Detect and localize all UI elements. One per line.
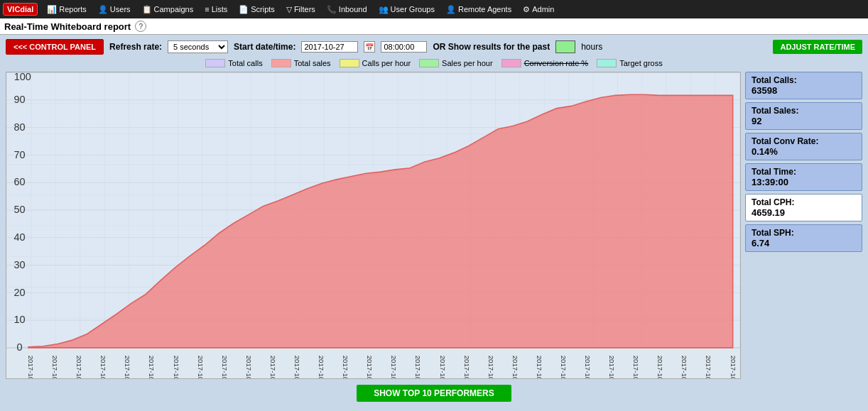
svg-text:70: 70 [14, 148, 26, 160]
datetime-label: Start date/time: [234, 42, 295, 52]
svg-text:2017-10-27 10:20: 2017-10-27 10:20 [148, 356, 156, 378]
stat-total-sales: Total Sales: 92 [745, 102, 862, 130]
sales-per-hour-legend-label: Sales per hour [442, 59, 493, 67]
inbound-icon: 📞 [327, 5, 337, 14]
adjust-rate-time-button[interactable]: ADJUST RATE/TIME [773, 40, 862, 54]
sales-per-hour-swatch [419, 59, 439, 67]
show-top-performers-button[interactable]: SHOW TOP 10 PERFORMERS [357, 385, 511, 402]
svg-text:2017-10-27 12:40: 2017-10-27 12:40 [269, 356, 277, 378]
target-gross-swatch [597, 59, 617, 67]
svg-text:10: 10 [14, 314, 26, 325]
svg-text:2017-10-27 20:36: 2017-10-27 20:36 [680, 356, 688, 378]
calls-per-hour-swatch [340, 59, 359, 67]
logo: VICdial [3, 3, 38, 16]
total-calls-label: Total Calls: [752, 75, 856, 85]
svg-text:2017-10-27 15:56: 2017-10-27 15:56 [439, 356, 447, 378]
svg-text:2017-10-27 08:28: 2017-10-27 08:28 [51, 356, 59, 378]
help-icon[interactable]: ? [135, 21, 146, 32]
svg-text:30: 30 [14, 259, 26, 270]
total-sales-swatch [271, 59, 291, 67]
legend-calls-per-hour: Calls per hour [340, 59, 411, 67]
stat-total-calls: Total Calls: 63598 [745, 72, 862, 99]
svg-text:2017-10-27 10:48: 2017-10-27 10:48 [173, 356, 180, 378]
remote-agents-icon: 👤 [446, 5, 456, 14]
nav-remote-agents[interactable]: 👤 Remote Agents [441, 4, 516, 16]
nav-users[interactable]: 👤 Users [93, 4, 136, 16]
svg-text:2017-10-27 20:08: 2017-10-27 20:08 [656, 356, 664, 378]
legend-row: Total calls Total sales Calls per hour S… [6, 57, 862, 69]
start-date-input[interactable] [301, 41, 358, 53]
svg-text:90: 90 [14, 94, 26, 105]
stat-total-cph: Total CPH: 4659.19 [745, 194, 862, 221]
users-icon: 👤 [98, 5, 108, 14]
svg-text:2017-10-27 19:40: 2017-10-27 19:40 [632, 356, 640, 378]
svg-text:2017-10-27 08:56: 2017-10-27 08:56 [75, 356, 83, 378]
hours-input[interactable] [555, 40, 575, 53]
svg-text:60: 60 [14, 176, 26, 187]
stat-total-time: Total Time: 13:39:00 [745, 163, 862, 191]
calendar-icon[interactable]: 📅 [364, 41, 375, 53]
svg-text:2017-10-27 13:36: 2017-10-27 13:36 [318, 356, 325, 378]
or-show-results-label: OR Show results for the past [433, 42, 550, 52]
controls-row: <<< CONTROL PANEL Refresh rate: 5 second… [6, 39, 862, 55]
nav-campaigns[interactable]: 📋 Campaigns [137, 4, 199, 16]
controls-left: <<< CONTROL PANEL Refresh rate: 5 second… [6, 39, 602, 55]
chart-container: 0 10 20 30 40 50 60 70 80 90 100 2017-10… [6, 72, 862, 379]
reports-icon: 📊 [47, 5, 57, 14]
page-title: Real-Time Whiteboard report [4, 21, 131, 32]
total-time-label: Total Time: [752, 167, 856, 177]
svg-text:2017-10-27 18:44: 2017-10-27 18:44 [584, 356, 592, 378]
svg-text:2017-10-27 13:08: 2017-10-27 13:08 [293, 356, 301, 378]
refresh-label: Refresh rate: [109, 42, 162, 52]
total-sph-label: Total SPH: [752, 228, 856, 238]
legend-total-sales: Total sales [271, 59, 331, 67]
nav-user-groups[interactable]: 👥 User Groups [374, 4, 440, 16]
svg-text:40: 40 [14, 231, 26, 243]
nav-lists[interactable]: ≡ Lists [200, 4, 232, 15]
nav-filters[interactable]: ▽ Filters [281, 4, 320, 16]
total-sph-value: 6.74 [752, 238, 856, 248]
conversion-rate-legend-label: Conversion rate % [524, 59, 589, 67]
scripts-icon: 📄 [239, 5, 249, 14]
titlebar: Real-Time Whiteboard report ? [0, 18, 868, 35]
legend-total-calls: Total calls [205, 59, 262, 67]
chart-svg: 0 10 20 30 40 50 60 70 80 90 100 2017-10… [6, 72, 740, 378]
start-time-input[interactable] [381, 41, 427, 53]
bottom-row: SHOW TOP 10 PERFORMERS [6, 382, 862, 405]
svg-text:2017-10-27 09:52: 2017-10-27 09:52 [124, 356, 131, 378]
stat-total-conv-rate: Total Conv Rate: 0.14% [745, 133, 862, 160]
svg-text:2017-10-27 15:00: 2017-10-27 15:00 [390, 356, 398, 378]
svg-text:2017-10-27 15:28: 2017-10-27 15:28 [414, 356, 422, 378]
nav-scripts[interactable]: 📄 Scripts [234, 4, 280, 16]
nav-inbound[interactable]: 📞 Inbound [322, 4, 372, 16]
admin-icon: ⚙ [523, 5, 530, 14]
nav-admin[interactable]: ⚙ Admin [518, 4, 559, 16]
svg-text:2017-10-27 11:44: 2017-10-27 11:44 [221, 356, 229, 378]
stat-total-sph: Total SPH: 6.74 [745, 224, 862, 252]
target-gross-legend-label: Target gross [619, 59, 663, 67]
lists-icon: ≡ [205, 5, 209, 13]
svg-text:2017-10-27 11:16: 2017-10-27 11:16 [197, 356, 205, 378]
main-content: <<< CONTROL PANEL Refresh rate: 5 second… [0, 35, 868, 409]
refresh-rate-select[interactable]: 5 seconds 10 seconds 30 seconds 60 secon… [168, 40, 228, 53]
svg-text:100: 100 [14, 72, 31, 82]
calls-per-hour-legend-label: Calls per hour [362, 59, 411, 67]
hours-label: hours [581, 42, 602, 52]
svg-text:2017-10-27 17:48: 2017-10-27 17:48 [536, 356, 543, 378]
conversion-rate-swatch [501, 59, 521, 67]
nav-reports[interactable]: 📊 Reports [42, 4, 92, 16]
total-conv-rate-value: 0.14% [752, 146, 856, 157]
svg-text:2017-10-27 16:24: 2017-10-27 16:24 [463, 356, 471, 378]
total-cph-value: 4659.19 [752, 207, 856, 218]
svg-text:2017-10-27 21:04: 2017-10-27 21:04 [705, 356, 713, 378]
svg-text:20: 20 [14, 286, 26, 297]
total-sales-legend-label: Total sales [294, 59, 331, 67]
svg-text:2017-10-27 09:24: 2017-10-27 09:24 [99, 356, 107, 378]
legend-target-gross: Target gross [597, 59, 663, 67]
svg-text:2017-10-27 12:12: 2017-10-27 12:12 [245, 356, 253, 378]
control-panel-button[interactable]: <<< CONTROL PANEL [6, 39, 104, 55]
svg-text:2017-10-27 16:52: 2017-10-27 16:52 [487, 356, 495, 378]
svg-text:50: 50 [14, 204, 26, 215]
total-calls-value: 63598 [752, 85, 856, 96]
svg-text:0: 0 [17, 341, 23, 353]
